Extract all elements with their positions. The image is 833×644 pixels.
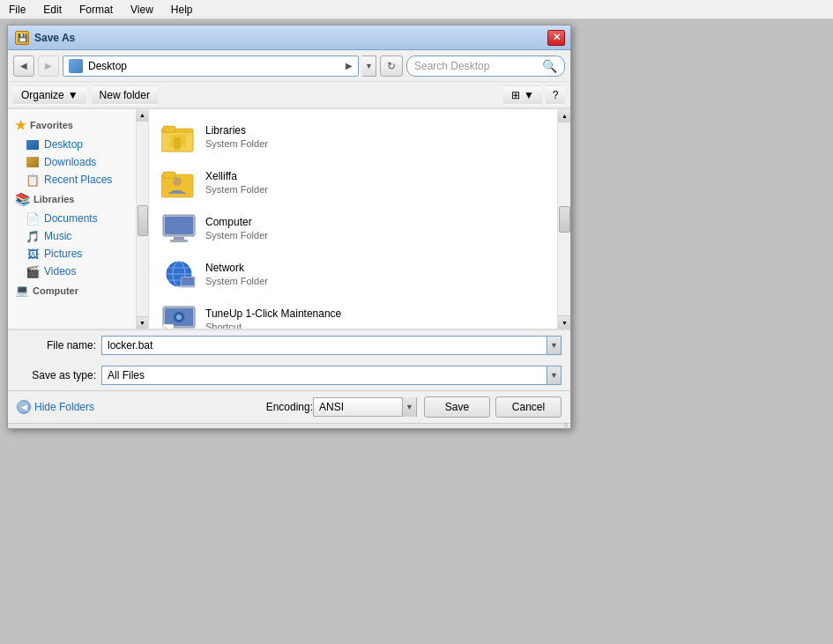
- sidebar-recent-label: Recent Places: [44, 174, 112, 186]
- sidebar-item-downloads[interactable]: Downloads: [8, 153, 148, 171]
- list-item[interactable]: Network System Folder: [154, 252, 552, 296]
- file-name-value: locker.bat: [108, 339, 152, 352]
- desktop-icon: [26, 138, 40, 151]
- list-scroll-up[interactable]: ▲: [558, 109, 570, 122]
- hide-folders-button[interactable]: ◀ Hide Folders: [17, 400, 94, 414]
- sidebar-docs-label: Documents: [44, 212, 98, 225]
- pictures-icon: 🖼: [26, 248, 40, 260]
- close-button[interactable]: ✕: [547, 30, 565, 46]
- path-icon: [69, 59, 83, 73]
- downloads-icon: [26, 156, 40, 168]
- libraries-icon: 📚: [15, 192, 30, 206]
- search-box[interactable]: Search Desktop 🔍: [406, 56, 565, 77]
- computer-item-icon: [161, 211, 197, 246]
- file-name-dropdown[interactable]: ▼: [547, 336, 562, 355]
- scrollbar-up-btn[interactable]: ▲: [137, 109, 149, 122]
- sidebar-scrollbar[interactable]: ▲ ▼: [136, 109, 148, 329]
- address-dropdown-btn[interactable]: ▼: [362, 56, 376, 77]
- tuneup-type: Shortcut: [205, 322, 341, 329]
- menu-view[interactable]: View: [125, 2, 159, 18]
- menu-edit[interactable]: Edit: [38, 2, 67, 18]
- sidebar-item-documents[interactable]: 📄 Documents: [8, 210, 148, 227]
- sidebar-item-desktop[interactable]: Desktop: [8, 136, 148, 153]
- svg-rect-2: [163, 126, 175, 132]
- encoding-select[interactable]: ANSI ▼: [313, 397, 417, 417]
- sidebar-pictures-label: Pictures: [44, 248, 82, 260]
- network-icon: [161, 256, 197, 292]
- refresh-button[interactable]: ↻: [380, 56, 403, 77]
- computer-label: Computer: [33, 285, 78, 296]
- list-item[interactable]: Computer System Folder: [154, 206, 552, 250]
- videos-icon: 🎬: [26, 265, 40, 278]
- sidebar-item-music[interactable]: 🎵 Music: [8, 227, 148, 245]
- svg-point-7: [173, 177, 182, 186]
- file-name-input-area: locker.bat ▼: [101, 336, 562, 355]
- resize-grip-icon[interactable]: ⠿: [563, 424, 569, 428]
- favorites-section[interactable]: ★ Favorites: [8, 115, 148, 136]
- scrollbar-down-btn[interactable]: ▼: [137, 316, 149, 329]
- list-item[interactable]: TuneUp 1-Click Maintenance Shortcut: [154, 298, 552, 329]
- buttons-section: ◀ Hide Folders Encoding: ANSI ▼ Save Can…: [8, 390, 570, 423]
- list-item[interactable]: Xelliffa System Folder: [154, 160, 552, 204]
- resize-grip-area: ⠿: [8, 423, 570, 428]
- favorites-star-icon: ★: [15, 118, 26, 132]
- sidebar-item-videos[interactable]: 🎬 Videos: [8, 263, 148, 280]
- save-as-input[interactable]: All Files: [101, 366, 547, 385]
- menu-file[interactable]: File: [4, 2, 31, 18]
- music-icon: 🎵: [26, 230, 40, 242]
- list-scroll-thumb[interactable]: [559, 206, 570, 233]
- tuneup-info: TuneUp 1-Click Maintenance Shortcut: [205, 307, 341, 329]
- xelliffa-icon: [161, 165, 197, 200]
- encoding-label: Encoding:: [266, 401, 313, 413]
- encoding-dropdown-icon[interactable]: ▼: [402, 397, 416, 417]
- save-as-input-area: All Files ▼: [101, 366, 562, 385]
- view-options-button[interactable]: ⊞ ▼: [503, 85, 542, 105]
- save-as-label: Save as type:: [17, 369, 96, 381]
- search-icon: 🔍: [542, 59, 557, 73]
- sidebar-music-label: Music: [44, 230, 71, 242]
- list-scroll-down[interactable]: ▼: [558, 315, 570, 329]
- sidebar-item-recent-places[interactable]: 📋 Recent Places: [8, 171, 148, 189]
- back-button[interactable]: ◀: [13, 56, 34, 77]
- dialog-title-text: Save As: [34, 32, 75, 44]
- network-info: Network System Folder: [205, 262, 268, 286]
- dialog-toolbar: Organize ▼ New folder ⊞ ▼ ?: [8, 82, 570, 108]
- organize-button[interactable]: Organize ▼: [13, 85, 86, 105]
- xelliffa-type: System Folder: [205, 184, 268, 195]
- help-button[interactable]: ?: [546, 85, 565, 105]
- computer-section[interactable]: 💻 Computer: [8, 280, 148, 300]
- file-name-label: File name:: [17, 339, 96, 352]
- save-as-dropdown[interactable]: ▼: [547, 366, 562, 385]
- computer-name: Computer: [205, 216, 268, 228]
- cancel-btn-label: Cancel: [512, 401, 545, 413]
- xelliffa-name: Xelliffa: [205, 170, 268, 182]
- address-bar: ◀ ▶ Desktop ▶ ▼ ↻ Search Desktop 🔍: [8, 50, 570, 82]
- save-as-value: All Files: [108, 369, 145, 381]
- sidebar-item-pictures[interactable]: 🖼 Pictures: [8, 245, 148, 263]
- file-name-input[interactable]: locker.bat: [101, 336, 547, 355]
- tuneup-icon: [161, 302, 197, 329]
- search-placeholder-text: Search Desktop: [414, 60, 537, 72]
- hide-folders-label: Hide Folders: [34, 401, 94, 413]
- list-item[interactable]: Libraries System Folder: [154, 115, 552, 159]
- new-folder-button[interactable]: New folder: [92, 85, 158, 105]
- libraries-type: System Folder: [205, 138, 268, 149]
- save-button[interactable]: Save: [424, 396, 490, 418]
- save-btn-label: Save: [445, 401, 469, 413]
- svg-rect-25: [163, 324, 174, 329]
- address-path-box[interactable]: Desktop ▶: [63, 56, 359, 77]
- svg-rect-6: [163, 172, 175, 178]
- menu-format[interactable]: Format: [74, 2, 118, 18]
- libraries-name: Libraries: [205, 124, 268, 137]
- libraries-section[interactable]: 📚 Libraries: [8, 189, 148, 210]
- svg-rect-18: [182, 278, 194, 285]
- documents-icon: 📄: [26, 212, 40, 225]
- cancel-button[interactable]: Cancel: [495, 396, 562, 418]
- file-list-scrollbar[interactable]: ▲ ▼: [557, 109, 570, 329]
- scrollbar-thumb[interactable]: [138, 205, 148, 236]
- file-name-row: File name: locker.bat ▼: [8, 330, 570, 360]
- dialog-bottom: File name: locker.bat ▼ Save as type: Al…: [8, 329, 570, 428]
- menu-help[interactable]: Help: [166, 2, 198, 18]
- forward-button[interactable]: ▶: [38, 56, 59, 77]
- xelliffa-info: Xelliffa System Folder: [205, 170, 268, 195]
